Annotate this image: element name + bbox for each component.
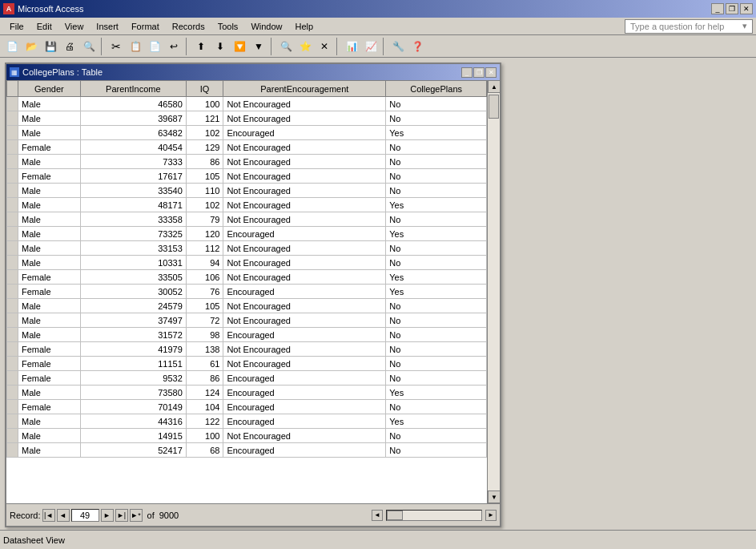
cell-parentincome: 37497 <box>80 313 186 328</box>
toolbar-office-links[interactable]: 📊 <box>343 38 360 55</box>
table-close-button[interactable]: ✕ <box>485 67 497 78</box>
table-row[interactable]: Male1033194Not EncouragedNo <box>7 256 487 270</box>
toolbar-analyze[interactable]: 📈 <box>362 38 380 55</box>
col-iq[interactable]: IQ <box>186 81 223 97</box>
scroll-thumb[interactable] <box>489 95 499 119</box>
cell-gender: Male <box>18 256 81 270</box>
toolbar-new[interactable]: 📄 <box>3 38 21 55</box>
menu-help[interactable]: Help <box>289 20 320 33</box>
row-selector <box>7 198 18 212</box>
menu-view[interactable]: View <box>58 20 90 33</box>
scroll-up-arrow[interactable]: ▲ <box>488 80 500 93</box>
table-row[interactable]: Male3157298EncouragedNo <box>7 328 487 342</box>
table-row[interactable]: Male63482102EncouragedYes <box>7 126 487 140</box>
toolbar-copy[interactable]: 📋 <box>127 38 144 55</box>
nav-first-button[interactable]: |◄ <box>42 509 55 522</box>
table-row[interactable]: Male73580124EncouragedYes <box>7 386 487 400</box>
nav-current-record[interactable] <box>71 509 99 522</box>
table-row[interactable]: Female1115161Not EncouragedNo <box>7 357 487 371</box>
menu-edit[interactable]: Edit <box>30 20 58 33</box>
toolbar-print-preview[interactable]: 🔍 <box>80 38 98 55</box>
table-row[interactable]: Male24579105Not EncouragedNo <box>7 299 487 313</box>
menu-insert[interactable]: Insert <box>90 20 125 33</box>
toolbar-undo[interactable]: ↩ <box>165 38 183 55</box>
table-row[interactable]: Male46580100Not EncouragedNo <box>7 97 487 111</box>
menu-tools[interactable]: Tools <box>211 20 245 33</box>
table-row[interactable]: Male3749772Not EncouragedNo <box>7 313 487 328</box>
cell-parentencouragement: Not Encouraged <box>223 169 386 184</box>
table-row[interactable]: Male33153112Not EncouragedNo <box>7 241 487 256</box>
table-row[interactable]: Female70149104EncouragedNo <box>7 400 487 414</box>
cell-gender: Male <box>18 443 81 458</box>
table-row[interactable]: Female40454129Not EncouragedNo <box>7 140 487 155</box>
toolbar-delete[interactable]: ✕ <box>316 38 333 55</box>
cell-iq: 86 <box>186 371 223 386</box>
toolbar-print[interactable]: 🖨 <box>61 38 78 55</box>
h-scrollbar[interactable] <box>386 510 482 521</box>
table-row[interactable]: Female953286EncouragedNo <box>7 371 487 386</box>
col-gender[interactable]: Gender <box>18 81 81 97</box>
table-row[interactable]: Male44316122EncouragedYes <box>7 414 487 429</box>
scroll-down-arrow[interactable]: ▼ <box>488 490 500 503</box>
nav-next-button[interactable]: ► <box>101 509 114 522</box>
table-row[interactable]: Male5241768EncouragedNo <box>7 443 487 458</box>
col-parentincome[interactable]: ParentIncome <box>80 81 186 97</box>
nav-last-button[interactable]: ►| <box>115 509 128 522</box>
toolbar-new-record[interactable]: ⭐ <box>296 38 314 55</box>
toolbar-cut[interactable]: ✂ <box>107 38 125 55</box>
table-row[interactable]: Female17617105Not EncouragedNo <box>7 169 487 184</box>
table-row[interactable]: Male48171102Not EncouragedYes <box>7 198 487 212</box>
toolbar-help[interactable]: ❓ <box>408 38 426 55</box>
cell-collegeplans: No <box>386 140 487 155</box>
table-minimize-button[interactable]: _ <box>461 67 472 78</box>
vertical-scrollbar[interactable]: ▲ ▼ <box>487 80 500 503</box>
toolbar-open[interactable]: 📂 <box>22 38 40 55</box>
toolbar-find[interactable]: 🔍 <box>277 38 295 55</box>
menu-records[interactable]: Records <box>166 20 211 33</box>
h-scroll-thumb[interactable] <box>387 511 403 520</box>
cell-collegeplans: Yes <box>386 270 487 285</box>
minimize-button[interactable]: _ <box>711 3 724 14</box>
cell-iq: 72 <box>186 313 223 328</box>
toolbar-sort-desc[interactable]: ⬇ <box>211 38 229 55</box>
help-search-box[interactable]: Type a question for help ▾ <box>625 19 753 34</box>
table-row[interactable]: Male733386Not EncouragedNo <box>7 155 487 169</box>
toolbar-sort-asc[interactable]: ⬆ <box>192 38 210 55</box>
cell-iq: 86 <box>186 155 223 169</box>
row-selector <box>7 184 18 198</box>
cell-parentencouragement: Not Encouraged <box>223 270 386 285</box>
table-row[interactable]: Male3335879Not EncouragedNo <box>7 212 487 227</box>
cell-iq: 121 <box>186 111 223 126</box>
toolbar-filter[interactable]: 🔽 <box>231 38 248 55</box>
menu-window[interactable]: Window <box>244 20 288 33</box>
cell-iq: 98 <box>186 328 223 342</box>
toolbar-paste[interactable]: 📄 <box>146 38 163 55</box>
cell-parentincome: 41979 <box>80 342 186 357</box>
close-button[interactable]: ✕ <box>740 3 753 14</box>
h-scroll-left[interactable]: ◄ <box>372 510 383 521</box>
nav-prev-button[interactable]: ◄ <box>57 509 70 522</box>
table-row[interactable]: Male39687121Not EncouragedNo <box>7 111 487 126</box>
nav-new-button[interactable]: ►* <box>130 509 143 522</box>
col-collegeplans[interactable]: CollegePlans <box>386 81 487 97</box>
col-parentencouragement[interactable]: ParentEncouragement <box>223 81 386 97</box>
menu-file[interactable]: File <box>3 20 30 33</box>
table-row[interactable]: Male33540110Not EncouragedNo <box>7 184 487 198</box>
table-row[interactable]: Female41979138Not EncouragedNo <box>7 342 487 357</box>
restore-button[interactable]: ❐ <box>726 3 738 14</box>
table-row[interactable]: Female3005276EncouragedYes <box>7 285 487 299</box>
table-row[interactable]: Male73325120EncouragedYes <box>7 227 487 241</box>
h-scroll-right[interactable]: ► <box>485 510 497 521</box>
title-bar: A Microsoft Access _ ❐ ✕ <box>0 0 756 18</box>
cell-collegeplans: Yes <box>386 198 487 212</box>
table-row[interactable]: Female33505106Not EncouragedYes <box>7 270 487 285</box>
menu-format[interactable]: Format <box>125 20 166 33</box>
title-bar-controls[interactable]: _ ❐ ✕ <box>711 3 753 14</box>
table-restore-button[interactable]: ❐ <box>473 67 485 78</box>
table-title-controls[interactable]: _ ❐ ✕ <box>461 67 497 78</box>
toolbar-apply-filter[interactable]: ▼ <box>250 38 267 55</box>
toolbar-properties[interactable]: 🔧 <box>389 38 407 55</box>
toolbar-save[interactable]: 💾 <box>42 38 59 55</box>
table-row[interactable]: Male14915100Not EncouragedNo <box>7 429 487 443</box>
row-selector <box>7 443 18 458</box>
